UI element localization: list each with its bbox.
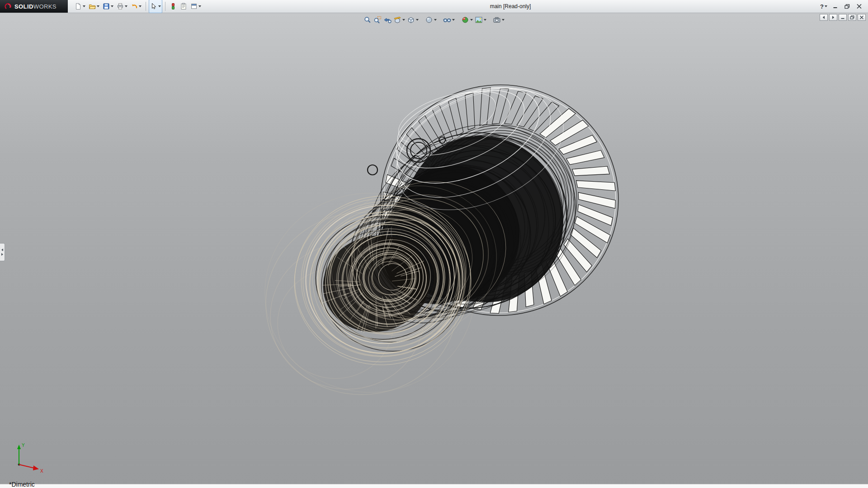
previous-document-icon [821,15,826,19]
dropdown-caret-icon[interactable] [125,5,127,7]
previous-view-icon [383,16,392,24]
dropdown-caret-icon[interactable] [198,5,201,7]
zoom-to-fit-icon [363,16,372,24]
restore-icon [844,4,850,9]
brand-text: SOLIDWORKS [14,3,57,10]
headsup-group-settings [492,14,505,25]
apply-scene-button[interactable] [474,14,487,25]
headsup-group-zoom [363,14,419,25]
previous-document-button[interactable] [820,14,828,21]
document-window-controls [820,14,866,21]
hide-show-items-button[interactable] [443,14,455,25]
view-orientation-icon [407,16,415,24]
triad-y-label: Y [22,443,25,448]
options-icon [190,3,198,10]
heads-up-toolbar [363,14,505,25]
hide-show-items-icon [443,16,451,24]
standard-toolbar [68,0,203,13]
minimize-button[interactable] [830,2,841,11]
display-style-button[interactable] [425,14,437,25]
apply-scene-icon [475,16,483,24]
titlebar: SOLIDWORKS [0,0,868,13]
next-document-icon [831,15,835,19]
section-view-button[interactable] [393,14,406,25]
document-restore-icon [850,15,854,19]
zoom-to-area-button[interactable] [373,14,382,25]
headsup-group-visibility [443,14,455,25]
undo-button[interactable] [129,0,143,13]
orientation-triad: Y X [7,442,51,475]
dropdown-caret-icon[interactable] [502,19,505,21]
display-style-icon [425,16,433,24]
solidworks-logo: SOLIDWORKS [0,0,68,13]
options-button[interactable] [189,0,203,13]
view-orientation-button[interactable] [406,14,419,25]
status-bar [0,484,868,488]
select-cursor-icon [150,3,157,10]
dropdown-caret-icon[interactable] [416,19,419,21]
triad-x-label: X [40,469,43,474]
panel-collapse-tab[interactable] [0,243,5,261]
selection-filter-button[interactable] [168,0,178,13]
dropdown-caret-icon[interactable] [97,5,99,7]
selection-filter-icon [170,3,177,10]
restore-button[interactable] [842,2,853,11]
dropdown-caret-icon[interactable] [484,19,486,21]
zoom-to-fit-button[interactable] [363,14,372,25]
toolbar-separator [165,2,165,11]
edit-appearance-icon [461,16,469,24]
view-settings-button[interactable] [492,14,505,25]
headsup-group-appearance [461,14,487,25]
window-controls: ? [818,2,868,11]
edit-appearance-button[interactable] [461,14,473,25]
dropdown-caret-icon[interactable] [402,19,405,21]
dropdown-caret-icon[interactable] [139,5,142,7]
help-button[interactable]: ? [818,2,829,11]
previous-view-button[interactable] [383,14,392,25]
solidworks-window: SOLIDWORKS [0,0,868,488]
view-orientation-label: *Dimetric [9,481,35,488]
document-minimize-icon [840,15,845,19]
print-icon [117,3,124,10]
next-document-button[interactable] [829,14,837,21]
expand-right-icon [1,253,3,256]
dropdown-caret-icon[interactable] [111,5,113,7]
view-settings-icon [493,16,501,24]
select-button[interactable] [149,0,162,13]
dropdown-caret-icon[interactable] [83,5,85,7]
file-properties-button[interactable] [179,0,189,13]
save-button[interactable] [101,0,115,13]
undo-icon [131,3,138,10]
close-icon [857,4,862,9]
close-button[interactable] [854,2,864,11]
brand-light: WORKS [33,3,57,10]
dropdown-caret-icon[interactable] [434,19,437,21]
section-view-icon [393,16,401,24]
save-floppy-icon [103,3,110,10]
brand-bold: SOLID [14,3,33,10]
document-close-button[interactable] [858,14,866,21]
minimize-icon [833,4,838,9]
new-document-icon [75,3,82,10]
open-button[interactable] [87,0,101,13]
dropdown-caret-icon[interactable] [158,5,161,7]
graphics-viewport[interactable] [0,13,868,488]
document-close-icon [859,15,864,19]
document-title: main [Read-only] [203,3,818,9]
zoom-to-area-icon [373,16,382,24]
dropdown-caret-icon[interactable] [452,19,455,21]
collapse-left-icon [1,249,3,251]
help-icon: ? [820,3,824,10]
dropdown-caret-icon[interactable] [470,19,473,21]
headsup-group-display [425,14,437,25]
new-document-button[interactable] [73,0,87,13]
dropdown-caret-icon[interactable] [825,5,827,7]
toolbar-separator [146,2,146,11]
dassault-logo-icon [4,2,12,10]
print-button[interactable] [115,0,129,13]
file-properties-icon [180,3,187,10]
document-restore-button[interactable] [848,14,856,21]
document-minimize-button[interactable] [839,14,847,21]
open-folder-icon [89,3,96,10]
